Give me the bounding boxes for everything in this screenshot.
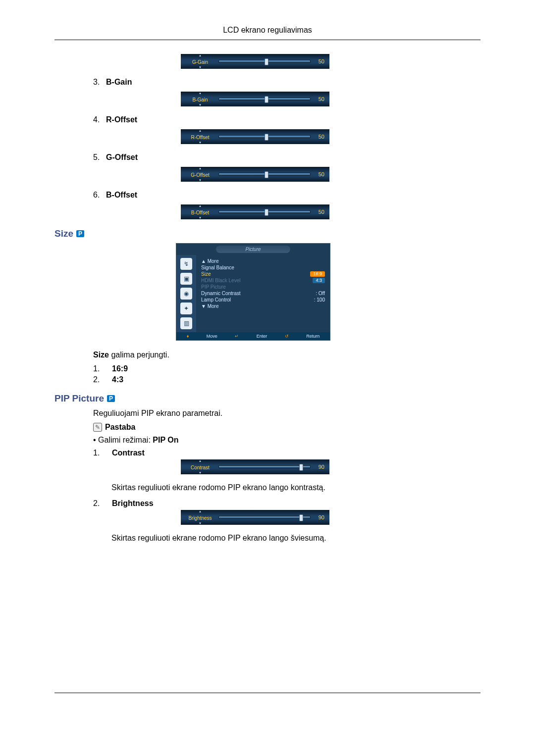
slider-thumb[interactable]	[265, 134, 268, 141]
picture-icon[interactable]: ▣	[180, 273, 192, 285]
osd-item-lamp-control[interactable]: Lamp Control: 100	[201, 297, 325, 303]
slider-value: 90	[315, 464, 324, 470]
slider-b-gain: B-Gain 50	[181, 92, 481, 106]
osd-footer: ♦Move ↵Enter ↺Return	[176, 332, 330, 340]
slider-g-offset: G-Offset 50	[181, 167, 481, 182]
pip-brightness-item: 2.Brightness	[54, 499, 481, 508]
note-icon: ✎	[93, 423, 102, 432]
move-icon: ♦	[187, 334, 189, 339]
brightness-description: Skirtas reguliuoti ekrane rodomo PIP ekr…	[54, 534, 481, 543]
osd-item-dynamic-contrast[interactable]: Dynamic Contrast: Off	[201, 290, 325, 297]
slider-thumb[interactable]	[265, 96, 268, 103]
label-g-offset: G-Offset	[93, 153, 138, 162]
contrast-description: Skirtas reguliuoti ekrane rodomo PIP ekr…	[54, 483, 481, 492]
return-icon: ↺	[285, 334, 289, 339]
slider-label: Contrast	[186, 462, 214, 471]
osd-item-hdmi-black-level[interactable]: HDMI Black Level4:3	[201, 277, 325, 284]
osd-item-pip-picture[interactable]: PIP Picture	[201, 284, 325, 290]
slider-track[interactable]	[218, 516, 311, 519]
note-row: ✎ Pastaba	[54, 423, 481, 432]
slider-track[interactable]	[218, 210, 311, 213]
slider-thumb[interactable]	[299, 514, 303, 521]
section-title-pip-picture: PIP PictureP	[54, 393, 481, 404]
list-number: 6.	[54, 191, 93, 200]
slider-r-offset: R-Offset 50	[181, 129, 481, 144]
slider-b-offset: B-Offset 50	[181, 204, 481, 219]
slider-brightness: Brightness 90	[181, 510, 481, 525]
slider-label: Brightness	[186, 513, 214, 522]
slider-value: 50	[315, 134, 324, 140]
slider-value: 90	[315, 514, 324, 520]
pip-contrast-item: 1.Contrast	[54, 449, 481, 457]
list-number: 4.	[54, 115, 93, 124]
multi-icon[interactable]: ▥	[180, 317, 192, 329]
slider-value: 50	[315, 209, 324, 215]
slider-label: B-Offset	[186, 207, 214, 216]
slider-thumb[interactable]	[265, 171, 268, 178]
list-number: 5.	[54, 153, 93, 162]
osd-title: Picture	[216, 246, 290, 253]
pip-mode-bullet: Galimi režimai: PIP On	[54, 436, 481, 445]
osd-category-icons: ↯ ▣ ◉ ✦ ▥	[176, 255, 196, 332]
slider-value: 50	[315, 96, 324, 102]
setup-icon[interactable]: ✦	[180, 302, 192, 314]
slider-track[interactable]	[218, 98, 311, 101]
size-description: Size galima perjungti.	[54, 351, 481, 359]
section-title-size: Size P	[54, 228, 481, 239]
slider-label: R-Offset	[186, 132, 214, 141]
p-badge-icon: P	[107, 395, 115, 402]
list-number: 3.	[54, 78, 93, 87]
osd-item-size[interactable]: Size16:9	[201, 271, 325, 277]
osd-more-top[interactable]: ▲ More	[201, 258, 325, 264]
slider-thumb[interactable]	[299, 464, 303, 471]
osd-item-signal-balance[interactable]: Signal Balance	[201, 264, 325, 271]
slider-value: 50	[315, 171, 324, 177]
slider-label: G-Gain	[186, 57, 214, 66]
slider-track[interactable]	[218, 135, 311, 138]
enter-icon: ↵	[235, 334, 239, 339]
slider-track[interactable]	[218, 60, 311, 63]
size-option-2: 2.4:3	[54, 375, 481, 384]
slider-g-gain: G-Gain 50	[181, 54, 481, 69]
size-option-1: 1.16:9	[54, 364, 481, 373]
slider-contrast: Contrast 90	[181, 459, 481, 474]
label-b-gain: B-Gain	[93, 78, 132, 87]
slider-label: B-Gain	[186, 95, 214, 103]
pip-description: Reguliuojami PIP ekrano parametrai.	[54, 409, 481, 418]
osd-picture-menu: Picture ↯ ▣ ◉ ✦ ▥ ▲ More Signal Balance …	[176, 243, 330, 341]
label-b-offset: B-Offset	[93, 191, 137, 200]
p-badge-icon: P	[76, 230, 84, 237]
input-icon[interactable]: ↯	[180, 258, 192, 270]
page-header: LCD ekrano reguliavimas	[54, 24, 481, 40]
slider-thumb[interactable]	[265, 58, 268, 65]
slider-track[interactable]	[218, 173, 311, 176]
slider-thumb[interactable]	[265, 209, 268, 216]
slider-label: G-Offset	[186, 170, 214, 179]
sound-icon[interactable]: ◉	[180, 288, 192, 300]
osd-more-bottom[interactable]: ▼ More	[201, 303, 325, 309]
label-r-offset: R-Offset	[93, 115, 137, 124]
slider-track[interactable]	[218, 465, 311, 468]
slider-value: 50	[315, 58, 324, 64]
